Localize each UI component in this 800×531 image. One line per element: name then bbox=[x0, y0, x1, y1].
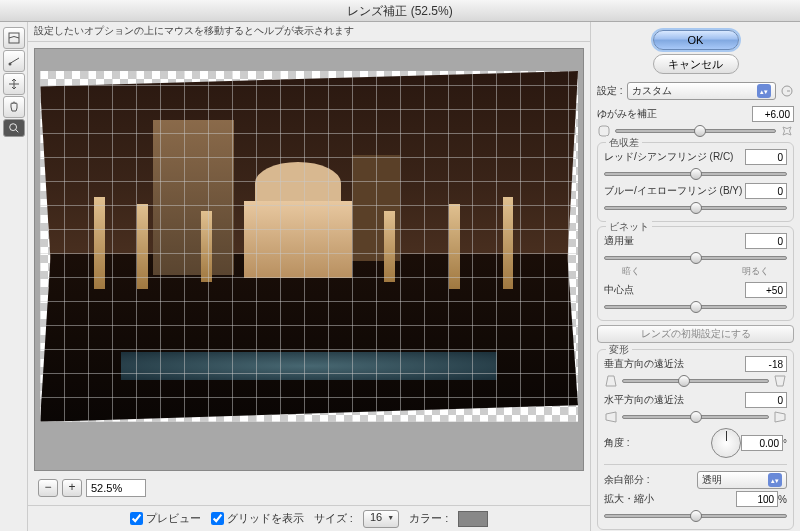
edge-label: 余白部分 : bbox=[604, 473, 697, 487]
distortion-tool-icon[interactable] bbox=[3, 27, 25, 49]
zoom-field[interactable] bbox=[86, 479, 146, 497]
zoom-tool-icon[interactable] bbox=[3, 119, 25, 137]
vignette-group-title: ビネット bbox=[606, 220, 652, 234]
vpersp-bottom-icon bbox=[773, 374, 787, 388]
set-lens-default-button[interactable]: レンズの初期設定にする bbox=[597, 325, 794, 343]
straighten-tool-icon[interactable] bbox=[3, 50, 25, 72]
midpoint-slider[interactable] bbox=[604, 300, 787, 314]
settings-menu-icon[interactable] bbox=[780, 84, 794, 98]
tool-column bbox=[0, 22, 28, 531]
svg-rect-0 bbox=[9, 33, 19, 43]
grid-checkbox[interactable]: グリッドを表示 bbox=[211, 511, 304, 526]
rc-label: レッド/シアンフリンジ (R/C) bbox=[604, 150, 745, 164]
vignette-dark-label: 暗く bbox=[622, 265, 640, 278]
midpoint-input[interactable] bbox=[745, 282, 787, 298]
amount-input[interactable] bbox=[745, 233, 787, 249]
hpersp-left-icon bbox=[604, 410, 618, 424]
cancel-button[interactable]: キャンセル bbox=[653, 54, 739, 74]
amount-slider[interactable] bbox=[604, 251, 787, 265]
hpersp-input[interactable] bbox=[745, 392, 787, 408]
move-grid-tool-icon[interactable] bbox=[3, 73, 25, 95]
settings-label: 設定 : bbox=[597, 84, 623, 98]
vpersp-slider[interactable] bbox=[622, 374, 769, 388]
chroma-group-title: 色収差 bbox=[606, 136, 642, 150]
edge-select[interactable]: 透明▴▾ bbox=[697, 471, 787, 489]
rc-input[interactable] bbox=[745, 149, 787, 165]
size-label: サイズ : bbox=[314, 511, 353, 526]
svg-rect-4 bbox=[599, 126, 609, 136]
zoom-out-button[interactable]: − bbox=[38, 479, 58, 497]
grid-color-swatch[interactable] bbox=[458, 511, 488, 527]
preview-canvas[interactable] bbox=[34, 48, 584, 471]
distortion-input[interactable] bbox=[752, 106, 794, 122]
window-title: レンズ補正 (52.5%) bbox=[0, 0, 800, 22]
hpersp-label: 水平方向の遠近法 bbox=[604, 393, 745, 407]
hand-tool-icon[interactable] bbox=[3, 96, 25, 118]
vpersp-top-icon bbox=[604, 374, 618, 388]
help-hint: 設定したいオプションの上にマウスを移動するとヘルプが表示されます bbox=[28, 22, 590, 42]
transform-group-title: 変形 bbox=[606, 343, 632, 357]
vpersp-label: 垂直方向の遠近法 bbox=[604, 357, 745, 371]
by-label: ブルー/イエローフリンジ (B/Y) bbox=[604, 184, 745, 198]
scale-slider[interactable] bbox=[604, 509, 787, 523]
grid-size-select[interactable]: 16 bbox=[363, 510, 399, 528]
amount-label: 適用量 bbox=[604, 234, 745, 248]
svg-point-1 bbox=[8, 63, 11, 66]
by-input[interactable] bbox=[745, 183, 787, 199]
scale-label: 拡大・縮小 bbox=[604, 492, 736, 506]
rc-slider[interactable] bbox=[604, 167, 787, 181]
angle-label: 角度 : bbox=[604, 436, 711, 450]
by-slider[interactable] bbox=[604, 201, 787, 215]
angle-input[interactable] bbox=[741, 435, 783, 451]
vignette-light-label: 明るく bbox=[742, 265, 769, 278]
pct-label: % bbox=[778, 494, 787, 505]
hpersp-right-icon bbox=[773, 410, 787, 424]
color-label: カラー : bbox=[409, 511, 448, 526]
preview-checkbox[interactable]: プレビュー bbox=[130, 511, 201, 526]
midpoint-label: 中心点 bbox=[604, 283, 745, 297]
settings-select[interactable]: カスタム▴▾ bbox=[627, 82, 776, 100]
distortion-label: ゆがみを補正 bbox=[597, 107, 752, 121]
hpersp-slider[interactable] bbox=[622, 410, 769, 424]
pincushion-icon bbox=[780, 124, 794, 138]
zoom-in-button[interactable]: + bbox=[62, 479, 82, 497]
bottom-bar: プレビュー グリッドを表示 サイズ : 16 カラー : bbox=[28, 505, 590, 531]
scale-input[interactable] bbox=[736, 491, 778, 507]
vpersp-input[interactable] bbox=[745, 356, 787, 372]
deg-label: ° bbox=[783, 438, 787, 449]
svg-point-2 bbox=[9, 124, 16, 131]
preview-image bbox=[40, 71, 578, 422]
angle-dial[interactable] bbox=[711, 428, 741, 458]
ok-button[interactable]: OK bbox=[653, 30, 739, 50]
